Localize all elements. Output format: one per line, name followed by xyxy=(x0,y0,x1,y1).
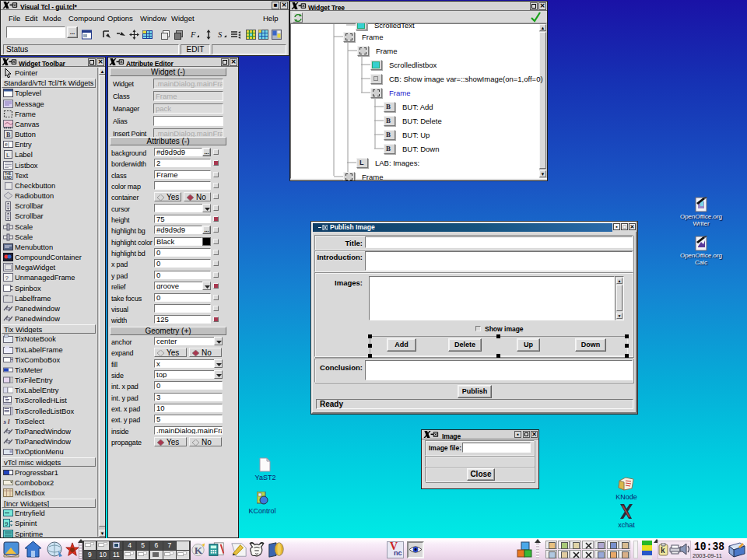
svg-text:F: F xyxy=(190,30,196,39)
svg-text:S: S xyxy=(218,30,223,39)
svg-text:END: END xyxy=(5,176,12,180)
svg-text:L: L xyxy=(6,152,10,159)
svg-text:s: s xyxy=(3,418,7,425)
svg-text:K: K xyxy=(195,544,203,556)
svg-text:?: ? xyxy=(5,275,9,282)
svg-text:9: 9 xyxy=(5,520,9,527)
svg-text:B: B xyxy=(6,131,11,138)
svg-text:k: k xyxy=(661,546,665,555)
svg-text:e|: e| xyxy=(5,142,9,148)
svg-text:l: l xyxy=(8,418,10,425)
